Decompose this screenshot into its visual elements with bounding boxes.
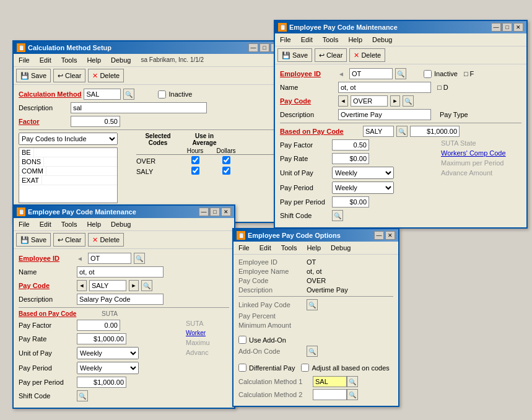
pay-code-nav-right[interactable]: ► (390, 95, 400, 107)
saly-hours-checkbox[interactable] (191, 167, 199, 175)
minimize-btn2[interactable]: — (491, 23, 501, 32)
clear-button2[interactable]: ↩ Clear (315, 48, 347, 62)
pay-code-nav-left3[interactable]: ◄ (77, 280, 87, 291)
clear-button3[interactable]: ↩ Clear (53, 233, 85, 247)
pay-code-input3[interactable] (89, 280, 126, 291)
saly-dollars-checkbox[interactable] (222, 167, 230, 175)
calc-method-lookup[interactable]: 🔍 (123, 89, 134, 100)
based-on-lookup[interactable]: 🔍 (396, 126, 408, 137)
opt-description-label: Description (238, 286, 307, 294)
pay-code-nav-left[interactable]: ◄ (338, 95, 348, 107)
menu-debug3[interactable]: Debug (106, 219, 136, 229)
menu-edit[interactable]: Edit (35, 55, 56, 65)
based-on-input[interactable] (363, 126, 394, 137)
menu-debug2[interactable]: Debug (367, 35, 397, 45)
inactive-checkbox2[interactable] (424, 70, 432, 78)
clear-button[interactable]: ↩ Clear (53, 69, 85, 82)
menu-file3[interactable]: File (14, 219, 35, 229)
minimize-btn[interactable]: — (248, 43, 258, 52)
pay-rate-input3[interactable] (77, 333, 126, 344)
menu-edit3[interactable]: Edit (35, 219, 56, 229)
calc-method-input[interactable] (84, 89, 121, 100)
opt-calc-method1-input[interactable] (313, 376, 347, 387)
menu-help4[interactable]: Help (302, 243, 326, 253)
based-on-amount[interactable] (410, 126, 460, 137)
menu-help[interactable]: Help (82, 55, 106, 65)
opt-calc-method2-lookup[interactable]: 🔍 (347, 389, 358, 400)
menu-edit2[interactable]: Edit (296, 35, 318, 45)
save-button[interactable]: 💾 Save (16, 69, 51, 82)
emp-id-lookup[interactable]: 🔍 (395, 68, 406, 79)
menu-file2[interactable]: File (275, 35, 296, 45)
unit-of-pay-dropdown3[interactable]: Weekly (77, 347, 139, 359)
description-input3[interactable] (77, 294, 164, 305)
pay-rate-input[interactable] (332, 153, 369, 164)
name-input3[interactable] (77, 266, 164, 278)
pay-factor-input3[interactable] (77, 320, 120, 331)
name-input2[interactable] (338, 82, 431, 93)
inactive-checkbox[interactable] (158, 90, 166, 98)
emp-id-input3[interactable] (88, 253, 131, 264)
emp-id-input[interactable] (349, 68, 393, 79)
menu-tools3[interactable]: Tools (56, 219, 82, 229)
maximize-btn2[interactable]: □ (502, 23, 512, 32)
list-item: EXAT (19, 176, 117, 185)
menu-edit4[interactable]: Edit (255, 243, 276, 253)
over-dollars-checkbox[interactable] (222, 156, 230, 164)
minimize-btn4[interactable]: — (374, 231, 384, 240)
menu-file4[interactable]: File (233, 243, 255, 253)
factor-input[interactable] (71, 116, 120, 127)
workers-comp-link[interactable]: Workers' Comp Code (441, 149, 506, 157)
pay-code-lookup2[interactable]: 🔍 (403, 95, 414, 107)
menu-tools[interactable]: Tools (56, 55, 82, 65)
over-hours-checkbox[interactable] (191, 156, 199, 164)
menu-file[interactable]: File (14, 55, 35, 65)
use-addon-checkbox[interactable] (238, 336, 246, 344)
menu-help2[interactable]: Help (343, 35, 367, 45)
pay-codes-list[interactable]: BE BONS COMM EXAT (19, 147, 118, 203)
opt-calc-method2-input[interactable] (313, 389, 347, 400)
pay-code-lookup3[interactable]: 🔍 (141, 280, 152, 291)
shift-code-lookup[interactable]: 🔍 (332, 210, 343, 221)
emp-id-lookup3[interactable]: 🔍 (134, 253, 145, 264)
calc-method-row: Calculation Method 🔍 Inactive (19, 89, 279, 100)
delete-button[interactable]: ✕ Delete (88, 69, 124, 82)
maximize-btn3[interactable]: □ (210, 208, 220, 216)
pay-per-period-input[interactable] (332, 196, 369, 208)
menu-tools4[interactable]: Tools (276, 243, 302, 253)
pay-period-dropdown[interactable]: Weekly (332, 182, 394, 194)
adjust-checkbox[interactable] (301, 364, 309, 372)
save-button3[interactable]: 💾 Save (16, 233, 51, 247)
menu-help3[interactable]: Help (82, 219, 106, 229)
unit-of-pay-dropdown[interactable]: Weekly (332, 167, 394, 179)
close-btn3[interactable]: ✕ (221, 208, 231, 216)
differential-checkbox[interactable] (238, 364, 246, 372)
opt-differential-label: Differential Pay (249, 364, 295, 372)
maximize-btn[interactable]: □ (259, 43, 269, 52)
window-title: Calculation Method Setup (28, 44, 248, 51)
opt-linked-lookup[interactable]: 🔍 (307, 299, 318, 310)
menu-debug[interactable]: Debug (106, 55, 136, 65)
delete-button3[interactable]: ✕ Delete (88, 233, 124, 247)
pay-code-input2[interactable] (351, 95, 388, 107)
shift-code-lookup3[interactable]: 🔍 (77, 390, 88, 401)
menu-tools2[interactable]: Tools (318, 35, 344, 45)
close-btn4[interactable]: ✕ (385, 231, 395, 240)
pay-per-period-input3[interactable] (77, 377, 126, 388)
close-btn2[interactable]: ✕ (513, 23, 523, 32)
delete-button2[interactable]: ✕ Delete (349, 48, 385, 62)
minimize-btn3[interactable]: — (199, 208, 209, 216)
pay-code-nav-right3[interactable]: ► (129, 280, 139, 291)
opt-calc-method1-lookup[interactable]: 🔍 (347, 376, 358, 387)
save-button2[interactable]: 💾 Save (277, 48, 312, 62)
menu-debug4[interactable]: Debug (326, 243, 355, 253)
pay-codes-dropdown[interactable]: Pay Codes to Include (19, 133, 118, 145)
emp-id-nav-left: ◄ (338, 71, 347, 77)
description-input[interactable] (71, 102, 207, 113)
opt-addon-lookup[interactable]: 🔍 (307, 346, 318, 357)
description-input2[interactable] (338, 109, 431, 120)
workers-link3[interactable]: Worker (186, 330, 206, 336)
pay-period-dropdown3[interactable]: Weekly (77, 362, 139, 374)
pay-factor-input[interactable] (332, 139, 369, 151)
calc-method-title-bar: 📋 Calculation Method Setup — □ ✕ (14, 42, 284, 54)
